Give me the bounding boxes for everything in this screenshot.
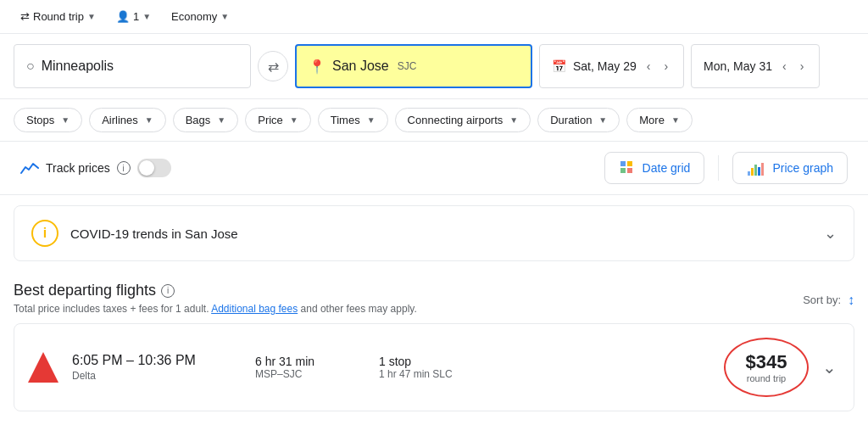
price-content: $345 round trip	[724, 338, 809, 397]
price-graph-button[interactable]: Price graph	[732, 152, 848, 184]
svg-rect-5	[751, 168, 754, 176]
filter-airlines-chevron: ▼	[145, 115, 153, 125]
destination-text: San Jose	[332, 59, 389, 74]
track-prices-info-icon[interactable]: i	[117, 161, 131, 175]
arrows-icon: ⇄	[20, 10, 30, 23]
covid-banner[interactable]: i COVID-19 trends in San Jose ⌄	[14, 205, 854, 261]
svg-rect-4	[748, 171, 750, 176]
results-subtitle: Total price includes taxes + fees for 1 …	[14, 303, 417, 315]
price-graph-icon	[747, 159, 765, 176]
return-date-text: Mon, May 31	[704, 59, 772, 73]
filter-price-button[interactable]: Price▼	[245, 108, 311, 132]
svg-rect-2	[620, 168, 626, 173]
filter-stops-label: Stops	[26, 114, 54, 126]
return-date-field[interactable]: Mon, May 31 ‹ ›	[691, 44, 820, 88]
trip-type-selector[interactable]: ⇄ Round trip ▼	[14, 7, 103, 26]
filter-bags-chevron: ▼	[217, 115, 225, 125]
airline-name: Delta	[72, 370, 242, 382]
filter-connecting-airports-chevron: ▼	[509, 115, 518, 125]
results-section: Best departing flights i Total price inc…	[0, 271, 868, 411]
filter-times-chevron: ▼	[367, 115, 376, 125]
flight-times: 6:05 PM – 10:36 PM Delta	[72, 353, 242, 382]
results-title: Best departing flights i	[14, 282, 417, 299]
filter-times-label: Times	[331, 114, 360, 126]
filter-duration-button[interactable]: Duration▼	[537, 108, 620, 132]
svg-rect-6	[754, 165, 757, 176]
flight-row[interactable]: 6:05 PM – 10:36 PM Delta 6 hr 31 min MSP…	[14, 323, 854, 411]
stops-count: 1 stop	[379, 355, 498, 368]
filter-duration-label: Duration	[550, 114, 592, 126]
filter-price-label: Price	[258, 114, 283, 126]
top-bar: ⇄ Round trip ▼ 👤 1 ▼ Economy ▼	[0, 0, 868, 34]
svg-rect-7	[758, 167, 760, 176]
sort-label: Sort by:	[803, 294, 841, 306]
svg-rect-1	[627, 161, 632, 166]
covid-info-icon: i	[31, 220, 58, 247]
return-next-button[interactable]: ›	[797, 58, 808, 75]
filter-price-chevron: ▼	[290, 115, 298, 125]
sort-row: Sort by: ↕	[803, 293, 854, 308]
depart-date-field[interactable]: 📅 Sat, May 29 ‹ ›	[539, 44, 684, 88]
covid-expand-icon: ⌄	[824, 224, 837, 243]
filter-airlines-label: Airlines	[102, 114, 138, 126]
filter-stops-chevron: ▼	[61, 115, 70, 125]
track-prices-toggle[interactable]	[137, 159, 171, 177]
depart-next-button[interactable]: ›	[660, 58, 671, 75]
swap-button[interactable]: ⇄	[258, 51, 288, 81]
flight-duration: 6 hr 31 min MSP–SJC	[255, 355, 365, 380]
expand-flight-button[interactable]: ⌄	[819, 354, 840, 381]
price-amount: $345	[746, 351, 787, 373]
view-separator	[718, 155, 719, 181]
covid-left: i COVID-19 trends in San Jose	[31, 220, 238, 247]
sort-icon[interactable]: ↕	[848, 293, 854, 308]
results-info-icon[interactable]: i	[161, 284, 175, 298]
stop-detail: 1 hr 47 min SLC	[379, 368, 498, 380]
track-prices-icon	[20, 161, 39, 175]
passengers-label: 1	[133, 10, 139, 23]
calendar-icon-depart: 📅	[552, 59, 566, 73]
date-grid-button[interactable]: Date grid	[604, 152, 705, 184]
destination-pin-icon: 📍	[309, 59, 326, 75]
filter-more-button[interactable]: More▼	[626, 108, 693, 132]
depart-prev-button[interactable]: ‹	[643, 58, 654, 75]
destination-code: SJC	[398, 60, 417, 72]
filter-bags-button[interactable]: Bags▼	[173, 108, 239, 132]
filter-connecting-airports-label: Connecting airports	[408, 114, 504, 126]
flight-stops: 1 stop 1 hr 47 min SLC	[379, 355, 498, 380]
results-header: Best departing flights i Total price inc…	[14, 282, 417, 315]
track-bar: Track prices i Date grid Pr	[0, 142, 868, 195]
origin-text: Minneapolis	[42, 59, 114, 74]
price-label: round trip	[747, 373, 786, 383]
delta-logo	[28, 352, 58, 383]
time-range: 6:05 PM – 10:36 PM	[72, 353, 242, 368]
airline-logo	[28, 352, 58, 383]
svg-rect-8	[761, 163, 764, 176]
origin-icon: ○	[26, 59, 35, 74]
filter-connecting-airports-button[interactable]: Connecting airports▼	[395, 108, 531, 132]
cabin-selector[interactable]: Economy ▼	[164, 7, 236, 26]
cabin-chevron: ▼	[220, 12, 229, 21]
covid-text: COVID-19 trends in San Jose	[70, 226, 238, 241]
trip-type-label: Round trip	[33, 10, 84, 23]
svg-rect-0	[620, 161, 626, 166]
filter-duration-chevron: ▼	[598, 115, 607, 125]
person-icon: 👤	[116, 10, 130, 23]
date-grid-label: Date grid	[643, 161, 691, 175]
search-bar: ○ Minneapolis ⇄ 📍 San JoseSJC 📅 Sat, May…	[0, 34, 868, 99]
filter-airlines-button[interactable]: Airlines▼	[89, 108, 166, 132]
passengers-selector[interactable]: 👤 1 ▼	[109, 7, 158, 26]
duration-time: 6 hr 31 min	[255, 355, 365, 368]
filter-stops-button[interactable]: Stops▼	[14, 108, 82, 132]
filter-bar: Stops▼Airlines▼Bags▼Price▼Times▼Connecti…	[0, 99, 868, 142]
return-prev-button[interactable]: ‹	[779, 58, 790, 75]
filter-times-button[interactable]: Times▼	[318, 108, 388, 132]
filter-more-label: More	[639, 114, 665, 126]
destination-field[interactable]: 📍 San JoseSJC	[295, 44, 532, 88]
track-prices-label: Track prices	[46, 161, 110, 175]
bag-fees-link[interactable]: Additional bag fees	[211, 303, 298, 315]
trip-type-chevron: ▼	[87, 12, 96, 21]
track-prices-section: Track prices i	[20, 159, 171, 177]
price-graph-label: Price graph	[772, 161, 833, 175]
origin-field[interactable]: ○ Minneapolis	[14, 44, 251, 88]
filter-more-chevron: ▼	[671, 115, 680, 125]
